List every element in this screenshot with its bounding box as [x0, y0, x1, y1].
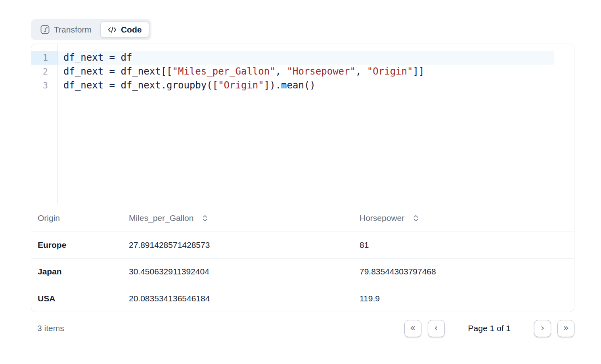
code-token: df_next = df_next.groupby([	[63, 80, 218, 91]
string-token: "Origin"	[367, 66, 413, 77]
line-number: 3	[31, 79, 57, 92]
code-line: df_next = df_next.groupby(["Origin"]).me…	[58, 79, 554, 92]
cell-origin: Europe	[31, 240, 122, 250]
page-indicator: Page 1 of 1	[468, 324, 511, 333]
table-row: Europe 27.891428571428573 81	[31, 232, 574, 259]
transform-card: 1 2 3 df_next = df df_next = df_next[["M…	[31, 44, 574, 312]
view-tabs: f Transform Code	[31, 19, 151, 40]
cell-miles-per-gallon: 27.891428571428573	[122, 240, 353, 250]
code-editor[interactable]: 1 2 3 df_next = df df_next = df_next[["M…	[31, 44, 574, 204]
editor-gutter: 1 2 3	[31, 44, 58, 204]
line-number: 2	[31, 65, 57, 79]
next-page-button[interactable]: ›	[534, 320, 551, 337]
table-header: Origin Miles_per_Gallon Horsepower	[31, 204, 574, 232]
svg-text:f: f	[44, 26, 48, 33]
code-token: ]).mean()	[264, 80, 316, 91]
column-header-label: Horsepower	[360, 213, 404, 223]
line-number: 1	[31, 51, 57, 65]
code-token: df_next = df	[63, 52, 132, 63]
column-header-origin: Origin	[31, 213, 122, 223]
code-token: ,	[276, 66, 287, 77]
first-page-button[interactable]: «	[404, 320, 421, 337]
code-token: df_next = df_next[[	[63, 66, 172, 77]
code-token: ,	[356, 66, 367, 77]
column-header-miles-per-gallon[interactable]: Miles_per_Gallon	[122, 213, 353, 223]
cell-miles-per-gallon: 20.083534136546184	[122, 294, 353, 303]
tab-code[interactable]: Code	[100, 21, 149, 38]
tab-code-label: Code	[121, 25, 142, 34]
code-line: df_next = df_next[["Miles_per_Gallon", "…	[58, 65, 554, 79]
cell-horsepower: 81	[353, 240, 574, 250]
code-line: df_next = df	[58, 51, 554, 65]
tab-transform-label: Transform	[54, 25, 92, 34]
cell-origin: USA	[31, 294, 122, 303]
tab-transform[interactable]: f Transform	[33, 21, 99, 38]
cell-miles-per-gallon: 30.450632911392404	[122, 267, 353, 276]
double-chevron-left-icon: «	[410, 323, 416, 333]
cell-origin: Japan	[31, 267, 122, 276]
string-token: "Origin"	[218, 80, 264, 91]
cell-horsepower: 79.83544303797468	[353, 267, 574, 276]
column-header-label: Miles_per_Gallon	[129, 213, 193, 223]
items-count: 3 items	[37, 324, 64, 333]
sort-icon[interactable]	[413, 215, 419, 222]
pagination-bar: 3 items « ‹ Page 1 of 1 › »	[31, 317, 574, 339]
code-icon	[108, 26, 117, 34]
function-icon: f	[40, 25, 50, 34]
table-row: Japan 30.450632911392404 79.835443037974…	[31, 259, 574, 285]
code-token: ]]	[413, 66, 424, 77]
table-row: USA 20.083534136546184 119.9	[31, 285, 574, 312]
last-page-button[interactable]: »	[557, 320, 574, 337]
pager-controls: « ‹ Page 1 of 1 › »	[404, 320, 574, 337]
double-chevron-right-icon: »	[563, 323, 569, 333]
chevron-right-icon: ›	[541, 323, 545, 333]
cell-horsepower: 119.9	[353, 294, 574, 303]
data-widget: f Transform Code 1 2 3	[31, 19, 574, 339]
column-header-horsepower[interactable]: Horsepower	[353, 213, 574, 223]
editor-content[interactable]: df_next = df df_next = df_next[["Miles_p…	[58, 44, 554, 204]
sort-icon[interactable]	[202, 215, 208, 222]
previous-page-button[interactable]: ‹	[428, 320, 445, 337]
chevron-left-icon: ‹	[434, 323, 438, 333]
string-token: "Miles_per_Gallon"	[172, 66, 276, 77]
string-token: "Horsepower"	[287, 66, 356, 77]
